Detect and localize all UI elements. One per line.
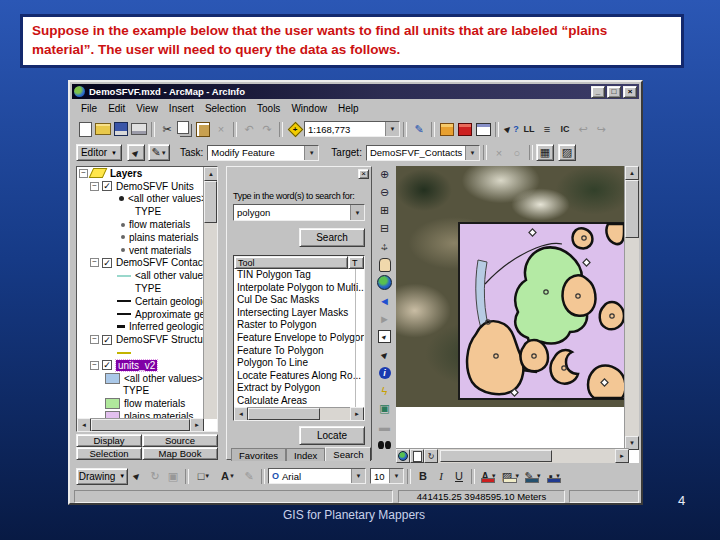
route-back-button[interactable]: ↩: [574, 121, 592, 138]
print-button[interactable]: [130, 121, 148, 138]
data-view-button[interactable]: [396, 449, 410, 463]
layer-checkbox[interactable]: ✓: [102, 335, 112, 345]
whats-this-button[interactable]: ►?: [502, 121, 520, 138]
search-result-row[interactable]: Polygon To Line: [234, 357, 364, 370]
scroll-right-icon[interactable]: ►: [190, 418, 204, 432]
tab-source[interactable]: Source: [142, 434, 218, 447]
locate-button[interactable]: Locate: [299, 426, 365, 445]
map-vertical-scrollbar[interactable]: ▲ ▼: [624, 166, 639, 450]
text-tool-button[interactable]: A▼: [216, 468, 240, 485]
layer-checkbox[interactable]: ✓: [102, 360, 112, 370]
bold-button[interactable]: B: [414, 468, 432, 485]
scale-dropdown-arrow-icon[interactable]: ▼: [385, 122, 399, 136]
fixed-zoom-out-button[interactable]: ⊟: [375, 220, 395, 237]
route-forward-button[interactable]: ↪: [592, 121, 610, 138]
back-extent-button[interactable]: ◄: [375, 292, 395, 309]
open-button[interactable]: [94, 121, 112, 138]
font-size-combobox[interactable]: 10 ▼: [370, 468, 404, 484]
legend-row[interactable]: <all other values>: [77, 193, 217, 206]
task-dropdown-arrow-icon[interactable]: ▼: [304, 146, 318, 160]
collapse-icon[interactable]: −: [79, 169, 88, 178]
layout-view-button[interactable]: [410, 449, 424, 463]
full-extent-button[interactable]: [375, 274, 395, 291]
target-dropdown-arrow-icon[interactable]: ▼: [465, 146, 479, 160]
search-result-row[interactable]: Interpolate Polygon to Multi...: [234, 282, 364, 295]
cut-button[interactable]: ✂: [158, 121, 176, 138]
window-titlebar[interactable]: DemoSFVF.mxd - ArcMap - ArcInfo _ □ ×: [72, 84, 639, 99]
menu-selection[interactable]: Selection: [200, 102, 252, 115]
search-result-row[interactable]: Extract by Polygon: [234, 382, 364, 395]
italic-button[interactable]: I: [432, 468, 450, 485]
layer-row-selected[interactable]: − ✓ units_v2: [77, 359, 217, 372]
tab-display[interactable]: Display: [76, 434, 142, 447]
lat-long-tool-button[interactable]: LL: [520, 121, 538, 138]
menu-window[interactable]: Window: [286, 102, 333, 115]
sketch-properties-button[interactable]: ▨: [558, 144, 576, 161]
command-line-button[interactable]: [474, 121, 492, 138]
collapse-icon[interactable]: −: [90, 182, 99, 191]
search-results-list[interactable]: Tool T TIN Polygon Tag Interpolate Polyg…: [233, 255, 365, 421]
forward-extent-button[interactable]: ►: [375, 310, 395, 327]
collapse-icon[interactable]: −: [90, 361, 99, 370]
legend-row[interactable]: flow materials: [77, 218, 217, 231]
collapse-icon[interactable]: −: [90, 258, 99, 267]
chevron-down-icon[interactable]: ▼: [229, 473, 235, 479]
zoom-in-button[interactable]: ⊕: [375, 166, 395, 183]
legend-row[interactable]: plains materials: [77, 231, 217, 244]
scroll-right-icon[interactable]: ►: [615, 449, 629, 463]
search-result-row[interactable]: Feature To Polygon: [234, 345, 364, 358]
legend-row[interactable]: Inferred geologic: [77, 321, 217, 334]
find-button[interactable]: [375, 436, 395, 453]
edit-vertices-button[interactable]: ✎: [240, 468, 258, 485]
map-view[interactable]: ▲ ▼ ↻ ►: [396, 166, 639, 463]
column-toolbox[interactable]: T: [348, 256, 364, 269]
line-color-button[interactable]: ✎▼: [522, 468, 544, 485]
delete-button[interactable]: ×: [212, 121, 230, 138]
paste-button[interactable]: [194, 121, 212, 138]
redo-button[interactable]: ↷: [258, 121, 276, 138]
menu-tools[interactable]: Tools: [252, 102, 286, 115]
search-result-row[interactable]: TIN Polygon Tag: [234, 269, 364, 282]
target-combobox[interactable]: DemoSFVF_Contacts ▼: [366, 145, 480, 161]
menu-view[interactable]: View: [131, 102, 164, 115]
query-dropdown-arrow-icon[interactable]: ▼: [350, 205, 364, 220]
fill-color-button[interactable]: ▨▼: [500, 468, 522, 485]
zoom-out-button[interactable]: ⊖: [375, 184, 395, 201]
panel-close-icon[interactable]: ×: [358, 169, 369, 179]
search-result-row[interactable]: Intersecting Layer Masks: [234, 307, 364, 320]
legend-row[interactable]: TYPE: [77, 385, 217, 398]
select-graphics-button[interactable]: ►: [128, 468, 146, 485]
legend-row[interactable]: Certain geologic c: [77, 295, 217, 308]
toc-horizontal-scrollbar[interactable]: ◄ ►: [77, 418, 204, 431]
results-horizontal-scrollbar[interactable]: ◄ ►: [234, 407, 364, 420]
scrollbar-thumb[interactable]: [625, 180, 639, 238]
layer-checkbox[interactable]: ✓: [102, 181, 112, 191]
pan-button[interactable]: [375, 256, 395, 273]
legend-row[interactable]: <all other values>: [77, 372, 217, 385]
scrollbar-thumb[interactable]: [204, 181, 217, 223]
arctoolbox-button[interactable]: [456, 121, 474, 138]
search-result-row[interactable]: Calculate Areas: [234, 395, 364, 408]
menu-edit[interactable]: Edit: [103, 102, 131, 115]
legend-row[interactable]: [77, 346, 217, 359]
size-dropdown-arrow-icon[interactable]: ▼: [389, 469, 403, 483]
drawing-menu-button[interactable]: Drawing ▼: [76, 468, 128, 485]
legend-row[interactable]: vent materials: [77, 244, 217, 257]
scroll-left-icon[interactable]: ◄: [234, 407, 248, 421]
rotate-tool-button[interactable]: ○: [508, 144, 526, 161]
undo-button[interactable]: ↶: [240, 121, 258, 138]
select-elements-button[interactable]: ►: [375, 346, 395, 363]
legend-row[interactable]: flow materials: [77, 397, 217, 410]
legend-row[interactable]: <all other values>: [77, 269, 217, 282]
font-combobox[interactable]: O Arial ▼: [268, 468, 366, 484]
close-button[interactable]: ×: [623, 86, 637, 98]
new-map-button[interactable]: [76, 121, 94, 138]
layer-row[interactable]: − ✓ DemoSFVF Contacts: [77, 257, 217, 270]
map-horizontal-scrollbar[interactable]: ↻ ►: [396, 448, 629, 463]
rectangle-tool-button[interactable]: □▼: [192, 468, 216, 485]
search-result-row[interactable]: Cul De Sac Masks: [234, 294, 364, 307]
toc-vertical-scrollbar[interactable]: ▲: [203, 167, 217, 419]
search-result-row[interactable]: Locate Features Along Ro...: [234, 370, 364, 383]
search-result-row[interactable]: Feature Envelope to Polygon: [234, 332, 364, 345]
editor-sketch-button[interactable]: ✎: [410, 121, 428, 138]
